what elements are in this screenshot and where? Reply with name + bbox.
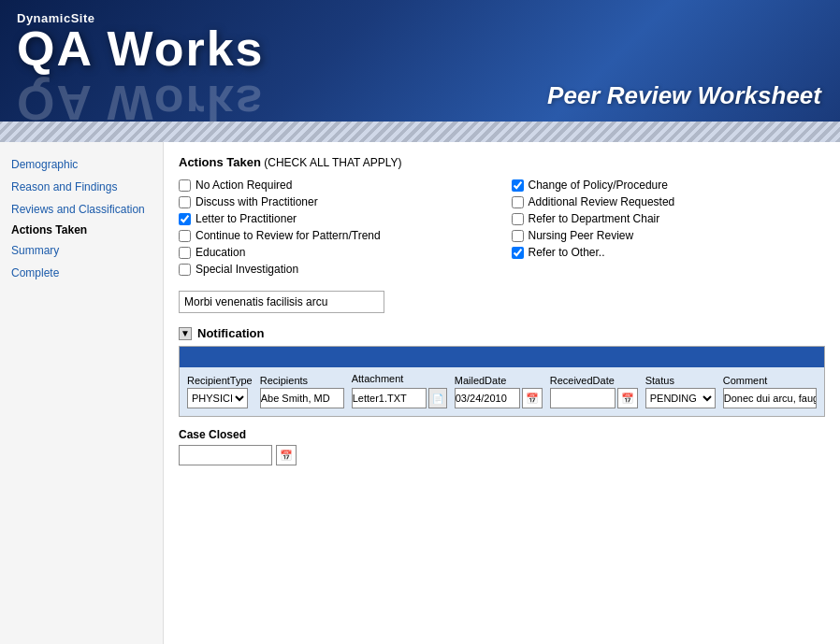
status-label: Status [645,375,716,386]
header: DynamicSite QA Works QA Works Peer Revie… [0,0,840,122]
page-title: Peer Review Worksheet [547,81,821,110]
checkbox-letter-label: Letter to Practitioner [196,212,297,225]
sidebar-item-reason[interactable]: Reason and Findings [9,176,153,198]
checkbox-education-label: Education [196,246,245,259]
checkbox-refer-dept: Refer to Department Chair [512,212,826,225]
recipients-input[interactable] [260,388,344,408]
checkbox-discuss: Discuss with Practitioner [179,195,493,208]
mailed-date-label: MailedDate [455,375,543,386]
mailed-date-input[interactable] [455,388,520,408]
recipients-col: Recipients [260,375,344,408]
attachment-col: Attachment 📄 [352,373,447,408]
case-closed-section: Case Closed 📅 [179,428,825,465]
collapse-icon[interactable]: ▼ [179,327,192,340]
recipient-type-label: RecipientType [187,375,253,386]
attachment-label: Attachment [352,373,404,384]
checkbox-additional-review: Additional Review Requested [512,195,826,208]
checkbox-nursing-input[interactable] [512,230,524,242]
actions-taken-title: Actions Taken (CHECK ALL THAT APPLY) [179,155,825,169]
mailed-date-calendar-button[interactable]: 📅 [522,388,543,408]
checkbox-education-input[interactable] [179,247,191,259]
checkbox-refer-other: Refer to Other.. [512,246,826,259]
sidebar-item-reviews[interactable]: Reviews and Classification [9,198,153,221]
app-title: QA Works [17,21,265,77]
notification-row: RecipientType PHYSICI Recipients Attachm… [180,367,824,416]
checkbox-special-investigation-input[interactable] [179,264,191,276]
checkbox-no-action: No Action Required [179,179,493,192]
case-closed-input[interactable] [179,445,272,465]
attachment-input[interactable] [352,388,427,408]
checkboxes-grid: No Action Required Change of Policy/Proc… [179,179,825,276]
checkbox-nursing-label: Nursing Peer Review [529,229,634,242]
notification-header: ▼ Notification [179,326,825,340]
checkbox-additional-review-input[interactable] [512,196,524,208]
checkbox-refer-other-input[interactable] [512,247,524,259]
checkbox-continue-review-label: Continue to Review for Pattern/Trend [196,229,381,242]
checkbox-additional-review-label: Additional Review Requested [529,195,675,208]
comment-label: Comment [723,375,817,386]
checkbox-change-policy-input[interactable] [512,179,524,192]
checkbox-letter: Letter to Practitioner [179,212,493,225]
stripe-divider [0,122,840,142]
sidebar: Demographic Reason and Findings Reviews … [0,142,164,644]
checkbox-change-policy: Change of Policy/Procedure [512,179,826,192]
checkbox-special-investigation-label: Special Investigation [196,263,298,276]
sidebar-item-demographic[interactable]: Demographic [9,153,153,176]
checkbox-refer-other-label: Refer to Other.. [529,246,605,259]
sidebar-item-actions: Actions Taken [9,221,153,239]
notification-container: RecipientType PHYSICI Recipients Attachm… [179,346,825,417]
status-col: Status PENDING [645,375,716,408]
checkbox-continue-review-input[interactable] [179,230,191,242]
other-text-input[interactable] [179,291,384,313]
checkbox-refer-dept-input[interactable] [512,213,524,225]
sidebar-item-complete[interactable]: Complete [9,262,153,284]
checkbox-discuss-label: Discuss with Practitioner [196,195,318,208]
sidebar-item-summary[interactable]: Summary [9,239,153,262]
recipient-type-col: RecipientType PHYSICI [187,375,253,408]
received-date-label: ReceivedDate [550,375,638,386]
checkbox-letter-input[interactable] [179,213,191,225]
comment-input[interactable] [723,388,817,408]
checkbox-continue-review: Continue to Review for Pattern/Trend [179,229,493,242]
checkbox-education: Education [179,246,493,259]
checkbox-special-investigation: Special Investigation [179,263,493,276]
checkbox-refer-dept-label: Refer to Department Chair [529,212,660,225]
checkbox-no-action-input[interactable] [179,179,191,192]
recipient-type-select[interactable]: PHYSICI [187,388,248,408]
received-date-input[interactable] [550,388,616,408]
checkbox-no-action-label: No Action Required [196,179,292,192]
status-select[interactable]: PENDING [645,388,716,408]
comment-col: Comment [723,375,817,408]
mailed-date-col: MailedDate 📅 [455,375,543,408]
case-closed-row: 📅 [179,445,825,465]
content-area: Actions Taken (CHECK ALL THAT APPLY) No … [164,142,840,644]
main-layout: Demographic Reason and Findings Reviews … [0,142,840,644]
case-closed-calendar-button[interactable]: 📅 [276,445,297,465]
notification-bar [180,347,824,367]
app-title-reflection: QA Works [17,75,265,122]
case-closed-label: Case Closed [179,428,825,441]
checkbox-nursing: Nursing Peer Review [512,229,826,242]
checkbox-change-policy-label: Change of Policy/Procedure [529,179,668,192]
attachment-file-button[interactable]: 📄 [428,388,447,408]
checkbox-discuss-input[interactable] [179,196,191,208]
notification-title: Notification [197,326,265,340]
received-date-col: ReceivedDate 📅 [550,375,638,408]
recipients-label: Recipients [260,375,344,386]
received-date-calendar-button[interactable]: 📅 [617,388,638,408]
